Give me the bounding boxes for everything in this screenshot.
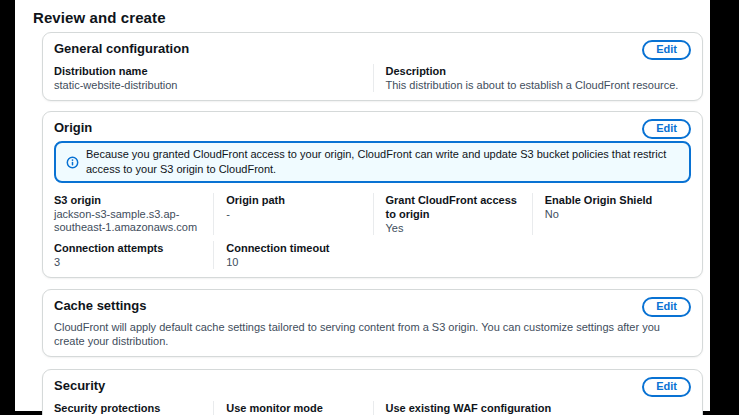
field-connection-timeout: Connection timeout 10: [213, 241, 372, 269]
security-edit-button[interactable]: Edit: [642, 377, 691, 397]
field-monitor-mode: Use monitor mode No: [213, 401, 372, 415]
field-label: Grant CloudFront access to origin: [386, 193, 522, 221]
origin-fields-row1: S3 origin jackson-s3-sample.s3.ap-southe…: [54, 193, 691, 235]
page-title: Review and create: [33, 0, 703, 26]
field-s3-origin: S3 origin jackson-s3-sample.s3.ap-southe…: [54, 193, 213, 235]
origin-info-alert: Because you granted CloudFront access to…: [54, 141, 691, 183]
origin-edit-button[interactable]: Edit: [642, 119, 691, 139]
field-value: Yes: [386, 222, 522, 235]
field-value: This distribution is about to establish …: [386, 79, 682, 92]
general-configuration-edit-button[interactable]: Edit: [642, 40, 691, 60]
info-icon: [66, 156, 79, 169]
field-label: Use monitor mode: [226, 401, 362, 415]
field-value: static-website-distribution: [54, 79, 363, 92]
general-configuration-card: General configuration Edit Distribution …: [42, 32, 703, 101]
field-label: Connection attempts: [54, 241, 203, 255]
field-label: Connection timeout: [226, 241, 362, 255]
field-label: Security protections: [54, 401, 203, 415]
field-waf-configuration: Use existing WAF configuration No: [373, 401, 692, 415]
field-label: S3 origin: [54, 193, 203, 207]
field-description: Description This distribution is about t…: [373, 64, 692, 92]
field-value: 10: [226, 256, 362, 269]
field-label: Description: [386, 64, 682, 78]
origin-fields-row2: Connection attempts 3 Connection timeout…: [54, 241, 691, 269]
origin-title: Origin: [54, 120, 691, 135]
field-label: Distribution name: [54, 64, 363, 78]
field-value: jackson-s3-sample.s3.ap-southeast-1.amaz…: [54, 208, 203, 234]
cache-settings-edit-button[interactable]: Edit: [642, 297, 691, 317]
field-value: -: [226, 208, 362, 221]
field-value: No: [545, 208, 681, 221]
field-value: 3: [54, 256, 203, 269]
cache-settings-title: Cache settings: [54, 298, 691, 313]
security-title: Security: [54, 378, 691, 393]
field-origin-path: Origin path -: [213, 193, 372, 235]
field-grant-access: Grant CloudFront access to origin Yes: [373, 193, 532, 235]
field-connection-attempts: Connection attempts 3: [54, 241, 213, 269]
field-security-protections: Security protections Enabled: [54, 401, 213, 415]
field-distribution-name: Distribution name static-website-distrib…: [54, 64, 373, 92]
general-configuration-title: General configuration: [54, 41, 691, 56]
field-label: Enable Origin Shield: [545, 193, 681, 207]
security-fields: Security protections Enabled Use monitor…: [54, 401, 691, 415]
origin-card: Origin Edit Because you granted CloudFro…: [42, 111, 703, 278]
field-label: Origin path: [226, 193, 362, 207]
console-content-panel: Review and create General configuration …: [15, 0, 710, 411]
origin-info-alert-text: Because you granted CloudFront access to…: [86, 147, 679, 177]
cache-settings-card: Cache settings Edit CloudFront will appl…: [42, 289, 703, 357]
cache-settings-description: CloudFront will apply default cache sett…: [54, 320, 691, 348]
general-configuration-fields: Distribution name static-website-distrib…: [54, 64, 691, 92]
field-label: Use existing WAF configuration: [386, 401, 682, 415]
security-card: Security Edit Security protections Enabl…: [42, 369, 703, 415]
field-origin-shield: Enable Origin Shield No: [532, 193, 691, 235]
